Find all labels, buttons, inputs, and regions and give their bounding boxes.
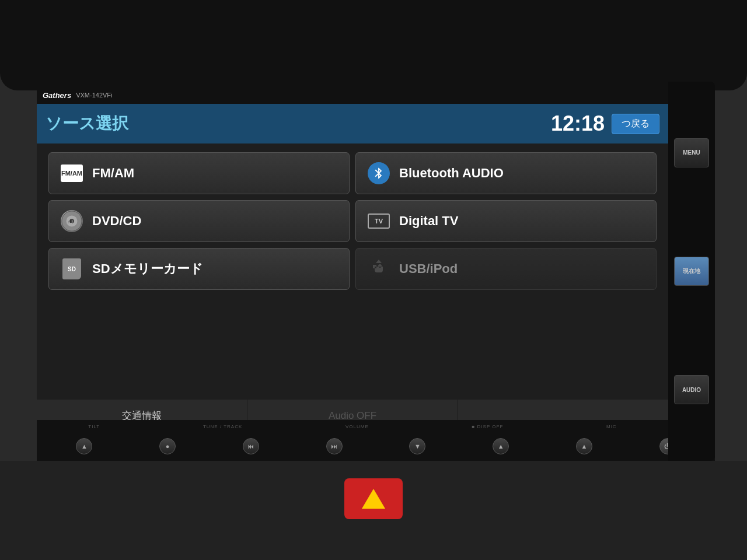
bluetooth-icon-box xyxy=(366,161,391,186)
dvd-cd-button[interactable]: ♪ DVD/CD xyxy=(48,200,350,242)
dashboard-top xyxy=(0,0,747,90)
hazard-triangle-icon xyxy=(362,489,385,509)
sd-card-button[interactable]: SD SDメモリーカード xyxy=(48,248,350,290)
disp-off-label: ■ DISP OFF xyxy=(472,424,503,429)
play-button[interactable]: ● xyxy=(159,438,176,454)
brand-name: Gathers xyxy=(43,91,71,100)
digital-tv-button[interactable]: TV Digital TV xyxy=(355,200,657,242)
usb-icon xyxy=(370,258,388,280)
clock: 12:18 xyxy=(551,111,605,136)
tilt-label: TILT xyxy=(88,424,100,429)
sd-card-label: SDメモリーカード xyxy=(92,260,203,278)
current-location-button[interactable]: 現在地 xyxy=(674,257,709,286)
volume-label: VOLUME xyxy=(345,424,369,429)
screen: ソース選択 12:18 つ戻る FM/AM FM/AM xyxy=(37,104,668,432)
eject-button[interactable]: ▲ xyxy=(76,438,92,454)
sd-icon-box: SD xyxy=(60,257,84,281)
dvd-cd-icon: ♪ xyxy=(61,210,83,232)
svg-point-2 xyxy=(69,219,74,223)
source-grid: FM/AM FM/AM Bluetooth AUDIO xyxy=(37,144,668,299)
back-button[interactable]: つ戻る xyxy=(612,114,659,134)
menu-button[interactable]: MENU xyxy=(674,138,709,167)
hardware-labels: TILT TUNE / TRACK VOLUME ■ DISP OFF MIC xyxy=(37,420,668,433)
digital-tv-label: Digital TV xyxy=(399,214,458,229)
side-panel: MENU 現在地 AUDIO xyxy=(668,82,715,461)
svg-text:♪: ♪ xyxy=(67,219,69,225)
controls-bar: ▲ ● ⏮ ⏭ ▼ ▲ ▲ ⏻ xyxy=(37,432,715,461)
mic-label: MIC xyxy=(606,424,617,429)
volume-up-button[interactable]: ▲ xyxy=(493,438,509,454)
header-right: 12:18 つ戻る xyxy=(551,111,659,136)
usb-icon-box xyxy=(366,257,391,281)
bluetooth-audio-button[interactable]: Bluetooth AUDIO xyxy=(355,152,657,194)
volume-down-button[interactable]: ▼ xyxy=(409,438,425,454)
brand-model: VXM-142VFi xyxy=(76,92,112,99)
hazard-button[interactable] xyxy=(344,478,403,519)
prev-track-button[interactable]: ⏮ xyxy=(243,438,259,454)
eject2-button[interactable]: ▲ xyxy=(576,438,592,454)
bluetooth-icon xyxy=(368,162,390,184)
screen-header: ソース選択 12:18 つ戻る xyxy=(37,104,668,144)
fm-am-icon: FM/AM xyxy=(61,164,83,182)
dvd-cd-icon-box: ♪ xyxy=(60,209,84,233)
usb-ipod-label: USB/iPod xyxy=(399,261,458,276)
sd-icon: SD xyxy=(62,258,81,279)
screen-title: ソース選択 xyxy=(46,113,128,135)
tv-icon-box: TV xyxy=(366,209,391,233)
dvd-cd-label: DVD/CD xyxy=(92,214,141,229)
fm-am-label: FM/AM xyxy=(92,166,134,181)
car-frame: Gathers VXM-142VFi TILT TUNE / TRACK VOL… xyxy=(0,0,747,560)
audio-button[interactable]: AUDIO xyxy=(674,375,709,404)
usb-ipod-button[interactable]: USB/iPod xyxy=(355,248,657,290)
tune-track-label: TUNE / TRACK xyxy=(203,424,242,429)
brand-bar: Gathers VXM-142VFi xyxy=(37,86,668,104)
svg-point-0 xyxy=(62,211,82,231)
fm-am-icon-box: FM/AM xyxy=(60,161,84,186)
fm-am-button[interactable]: FM/AM FM/AM xyxy=(48,152,350,194)
next-track-button[interactable]: ⏭ xyxy=(326,438,343,454)
bluetooth-audio-label: Bluetooth AUDIO xyxy=(399,166,504,181)
tv-icon: TV xyxy=(368,214,390,229)
dashboard-bottom xyxy=(0,461,747,560)
